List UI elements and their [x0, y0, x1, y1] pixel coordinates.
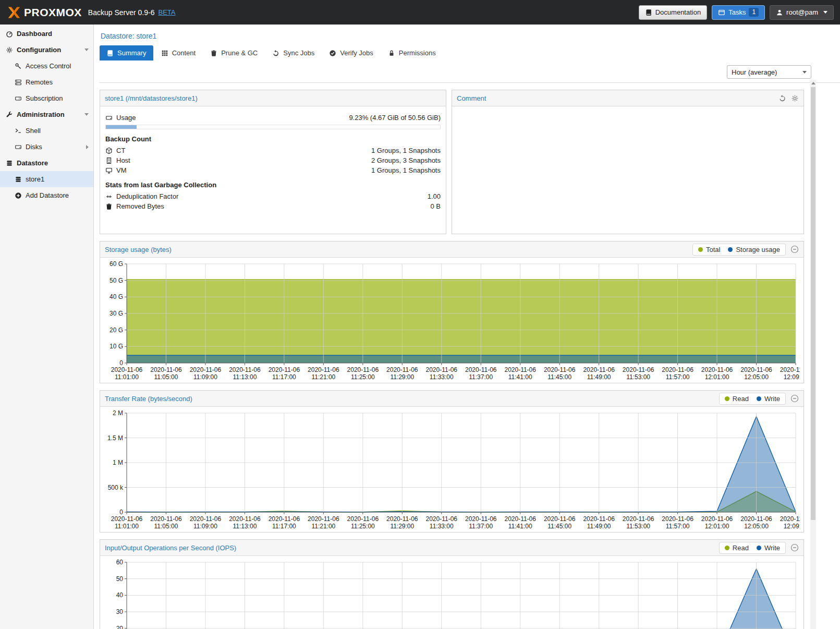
legend-item-read[interactable]: Read — [725, 544, 749, 552]
sidebar-item-label: Administration — [17, 111, 65, 118]
svg-text:1 M: 1 M — [113, 459, 123, 466]
legend-dot — [757, 396, 761, 401]
svg-text:2020-11-06: 2020-11-06 — [426, 515, 458, 523]
iops-chart: 01020304050602020-11-0611:01:002020-11-0… — [103, 558, 800, 629]
chart-body: 0500 k1 M1.5 M2 M2020-11-0611:01:002020-… — [100, 407, 804, 532]
chart-panel-header: Storage usage (bytes) Total Storage usag… — [100, 241, 804, 258]
svg-text:2020-11-06: 2020-11-06 — [229, 515, 261, 523]
svg-text:2020-11-06: 2020-11-06 — [465, 515, 497, 523]
tab-summary[interactable]: Summary — [100, 45, 153, 61]
svg-text:2020-11-06: 2020-11-06 — [347, 515, 379, 523]
svg-text:2020-11-06: 2020-11-06 — [780, 366, 800, 373]
svg-text:10 G: 10 G — [109, 343, 123, 350]
tab-content[interactable]: Content — [154, 45, 203, 61]
iops-chart-panel: Input/Output Operations per Second (IOPS… — [100, 539, 804, 629]
gear-icon[interactable] — [791, 94, 799, 102]
sidebar-item-datastore[interactable]: Datastore — [0, 155, 93, 171]
tasks-button[interactable]: Tasks 1 — [712, 5, 765, 20]
toolbar: Hour (average) — [100, 62, 840, 83]
sidebar-item-configuration[interactable]: Configuration — [0, 42, 93, 58]
vertical-scrollbar[interactable] — [810, 80, 816, 629]
collapse-panel-icon[interactable] — [790, 543, 799, 552]
collapse-arrow-icon[interactable] — [84, 49, 89, 51]
usage-value: 9.23% (4.67 GiB of 50.56 GiB) — [349, 114, 441, 122]
svg-text:2020-11-06: 2020-11-06 — [504, 366, 536, 373]
sidebar-item-label: Disks — [26, 143, 42, 151]
tab-permissions[interactable]: Permissions — [381, 45, 443, 61]
svg-text:2020-11-06: 2020-11-06 — [386, 366, 418, 373]
trash-icon — [210, 50, 217, 57]
gear-icon — [6, 46, 17, 54]
documentation-button[interactable]: Documentation — [639, 5, 707, 20]
removed-bytes-row: Removed Bytes 0 B — [105, 201, 441, 211]
svg-text:11:09:00: 11:09:00 — [193, 373, 217, 381]
row-value: 2 Groups, 3 Snapshots — [371, 156, 441, 164]
legend-dot — [725, 546, 729, 550]
sidebar-item-shell[interactable]: Shell — [0, 123, 93, 139]
legend-item-write[interactable]: Write — [757, 395, 780, 403]
svg-text:11:17:00: 11:17:00 — [272, 373, 296, 381]
comment-panel-tools — [778, 94, 799, 102]
page-title: Datastore: store1 — [100, 28, 840, 45]
sidebar-item-remotes[interactable]: Remotes — [0, 74, 93, 90]
legend-item-read[interactable]: Read — [725, 395, 749, 403]
sidebar-item-add-datastore[interactable]: Add Datastore — [0, 187, 93, 203]
svg-text:11:05:00: 11:05:00 — [154, 373, 178, 381]
host-row: Host 2 Groups, 3 Snapshots — [105, 155, 441, 165]
tab-verify-jobs[interactable]: Verify Jobs — [322, 45, 380, 61]
documentation-label: Documentation — [655, 8, 701, 16]
chart-legend: Total Storage usage — [692, 244, 786, 256]
monitor-icon — [105, 167, 116, 174]
svg-text:2020-11-06: 2020-11-06 — [386, 515, 418, 523]
svg-text:2020-11-06: 2020-11-06 — [544, 515, 576, 523]
sidebar-item-dashboard[interactable]: Dashboard — [0, 26, 93, 42]
svg-text:11:01:00: 11:01:00 — [115, 373, 139, 381]
svg-text:11:17:00: 11:17:00 — [272, 523, 296, 530]
sidebar-item-access-control[interactable]: Access Control — [0, 58, 93, 74]
collapse-arrow-icon[interactable] — [84, 113, 89, 116]
chart-panel-header: Transfer Rate (bytes/second) Read Write — [100, 391, 804, 407]
sidebar-item-subscription[interactable]: Subscription — [0, 90, 93, 106]
tab-sync-jobs[interactable]: Sync Jobs — [265, 45, 321, 61]
time-range-select[interactable]: Hour (average) — [727, 65, 811, 79]
transfer-rate-chart-panel: Transfer Rate (bytes/second) Read Write … — [100, 390, 804, 533]
user-menu-button[interactable]: root@pam — [770, 5, 834, 20]
legend-item-total[interactable]: Total — [698, 246, 720, 253]
beta-link[interactable]: BETA — [158, 8, 175, 16]
legend-item-write[interactable]: Write — [757, 544, 780, 552]
sidebar-item-administration[interactable]: Administration — [0, 106, 93, 123]
tab-prune-gc[interactable]: Prune & GC — [203, 45, 264, 61]
refresh-icon[interactable] — [778, 94, 786, 102]
svg-text:11:05:00: 11:05:00 — [154, 523, 178, 530]
usage-label: Usage — [116, 114, 136, 122]
svg-text:2020-11-06: 2020-11-06 — [623, 366, 654, 373]
tab-label: Sync Jobs — [283, 49, 314, 57]
chevron-down-icon — [823, 11, 827, 14]
gc-stats-heading: Stats from last Garbage Collection — [105, 181, 441, 189]
svg-text:30: 30 — [116, 608, 124, 615]
expand-arrow-icon[interactable] — [86, 145, 89, 149]
sidebar-item-disks[interactable]: Disks — [0, 139, 93, 155]
svg-text:11:01:00: 11:01:00 — [115, 523, 139, 530]
collapse-panel-icon[interactable] — [790, 394, 799, 403]
scroll-up-arrow-icon[interactable] — [810, 80, 816, 87]
datastore-summary-panel: store1 (/mnt/datastores/store1) Usage 9.… — [100, 90, 446, 234]
scrollbar-thumb[interactable] — [811, 87, 815, 520]
svg-text:2020-11-06: 2020-11-06 — [662, 366, 693, 373]
svg-text:60: 60 — [116, 559, 124, 566]
row-label: CT — [116, 147, 125, 154]
plus-circle-icon — [15, 192, 26, 199]
legend-item-storage-usage[interactable]: Storage usage — [728, 246, 780, 253]
svg-text:11:53:00: 11:53:00 — [626, 373, 650, 381]
comment-panel: Comment — [452, 90, 804, 234]
sidebar-item-store1[interactable]: store1 — [0, 171, 93, 187]
svg-text:11:49:00: 11:49:00 — [587, 373, 611, 381]
svg-text:2020-11-06: 2020-11-06 — [623, 515, 654, 523]
collapse-panel-icon[interactable] — [790, 245, 799, 253]
chart-legend: Read Write — [719, 542, 786, 554]
svg-text:2020-11-06: 2020-11-06 — [780, 515, 800, 523]
svg-text:11:57:00: 11:57:00 — [666, 523, 690, 530]
svg-text:2020-11-06: 2020-11-06 — [701, 366, 733, 373]
product-version: Backup Server 0.9-6 — [88, 8, 155, 17]
legend-label: Read — [733, 395, 749, 403]
